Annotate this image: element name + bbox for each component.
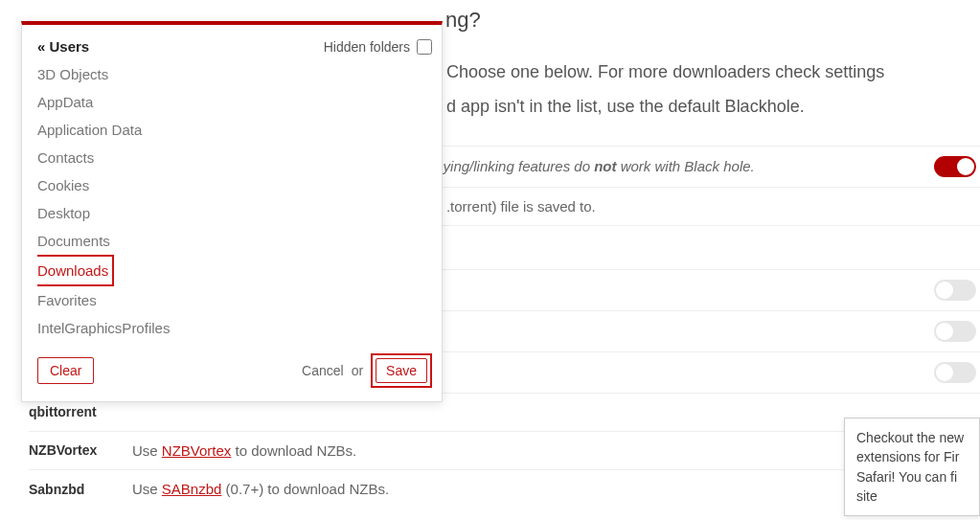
tooltip-line: site: [856, 486, 979, 506]
row-nzbvortex: NZBVortex Use NZBVortex to download NZBs…: [29, 432, 980, 470]
folder-item[interactable]: Documents: [37, 227, 428, 255]
nzbvortex-before: Use: [132, 442, 162, 459]
label-sabnzbd: Sabnzbd: [29, 482, 132, 497]
tooltip-line: extensions for Fir: [856, 447, 979, 466]
label-nzbvortex: NZBVortex: [29, 442, 132, 458]
folder-item[interactable]: Desktop: [37, 199, 428, 227]
toggle-a[interactable]: [934, 280, 976, 301]
save-highlight: Save: [371, 353, 432, 388]
description-line-1: Choose one below. For more downloaders c…: [446, 59, 980, 86]
folder-item[interactable]: 3D Objects: [37, 60, 428, 88]
folder-browser-popup: « Users Hidden folders 3D Objects AppDat…: [21, 21, 443, 402]
toggle-b[interactable]: [934, 321, 976, 342]
folder-item[interactable]: Cookies: [37, 171, 428, 199]
folder-item[interactable]: AppData: [37, 88, 428, 116]
folder-item[interactable]: IntelGraphicsProfiles: [37, 314, 428, 336]
or-text: or: [352, 363, 363, 378]
hidden-folders-toggle[interactable]: Hidden folders: [324, 39, 432, 55]
clear-button[interactable]: Clear: [37, 357, 94, 384]
row-sabnzbd: Sabnzbd Use SABnzbd (0.7+) to download N…: [29, 470, 980, 509]
tooltip-line: Safari! You can fi: [856, 467, 979, 486]
folder-list[interactable]: 3D Objects AppData Application Data Cont…: [37, 60, 432, 336]
tooltip-line: Checkout the new: [856, 428, 979, 447]
popup-footer: Clear Cancel or Save: [37, 353, 432, 388]
link-nzbvortex[interactable]: NZBVortex: [162, 442, 232, 459]
note-suffix: work with Black hole.: [617, 158, 755, 174]
sabnzbd-version: (0.7+) to download NZBs.: [221, 481, 389, 497]
sabnzbd-before: Use: [132, 481, 162, 497]
description-line-2: d app isn't in the list, use the default…: [446, 94, 980, 121]
folder-item[interactable]: Favorites: [37, 286, 428, 314]
toggle-c[interactable]: [934, 362, 976, 383]
hidden-folders-checkbox[interactable]: [417, 39, 432, 55]
hidden-folders-label: Hidden folders: [324, 39, 410, 55]
page-title: ng?: [445, 8, 980, 33]
popup-header: « Users Hidden folders: [37, 38, 432, 55]
nzbvortex-after: to download NZBs.: [231, 442, 356, 459]
toggle-blackhole[interactable]: [934, 156, 976, 177]
folder-item-selected[interactable]: Downloads: [37, 255, 114, 286]
extension-tooltip: Checkout the new extensions for Fir Safa…: [844, 418, 980, 516]
label-qbittorrent: qbittorrent: [29, 404, 132, 419]
link-sabnzbd[interactable]: SABnzbd: [162, 481, 222, 497]
note-bold: not: [594, 158, 616, 174]
cancel-button[interactable]: Cancel: [302, 363, 344, 378]
folder-item[interactable]: Contacts: [37, 144, 428, 171]
save-button[interactable]: Save: [376, 358, 427, 383]
popup-title[interactable]: « Users: [37, 38, 89, 55]
folder-item[interactable]: Application Data: [37, 116, 428, 144]
